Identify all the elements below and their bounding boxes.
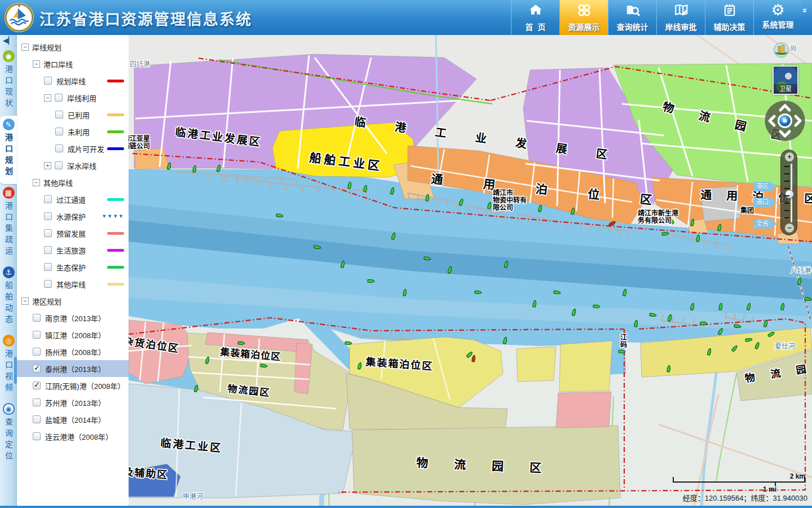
checkbox-过江通道[interactable] bbox=[44, 195, 52, 203]
zoom-in-button[interactable]: + bbox=[785, 152, 794, 161]
tree-node-label: 生活旅游 bbox=[56, 245, 86, 256]
tree-node-江阴(无锡)港（2008年）[interactable]: 江阴(无锡)港（2008年） bbox=[17, 377, 129, 394]
checkbox-未利用[interactable] bbox=[55, 128, 63, 135]
sidebar-item-label: 港口规划 bbox=[3, 133, 14, 178]
collapse-icon[interactable]: − bbox=[21, 43, 29, 51]
tree-node-港口岸线[interactable]: −港口岸线 bbox=[17, 55, 129, 72]
nav-tab-notepad[interactable]: 辅助决策 bbox=[705, 0, 753, 35]
nav-tab-map-approve[interactable]: 岸线审批 bbox=[656, 0, 705, 35]
poi-label: 尚 bbox=[790, 45, 797, 52]
checkbox-其他岸线[interactable] bbox=[44, 280, 52, 288]
poi-label: 江码 bbox=[620, 333, 627, 349]
checkbox-南京港（2013年）[interactable] bbox=[33, 314, 41, 322]
app-root: 江苏省港口资源管理信息系统 首 页资源展示查询统计岸线审批辅助决策⚙系统管理 »… bbox=[0, 0, 812, 508]
tree-node-泰州港（2013年）[interactable]: 泰州港（2013年） bbox=[17, 360, 129, 377]
sidebar-item-label: 船舶动态 bbox=[3, 281, 14, 326]
tree-node-生活旅游[interactable]: 生活旅游 bbox=[17, 242, 129, 259]
nav-tab-label: 首 页 bbox=[526, 21, 546, 32]
tree-node-label: 过江通道 bbox=[56, 194, 86, 205]
tree-node-连云港港（2008年）[interactable]: 连云港港（2008年） bbox=[17, 428, 129, 445]
zoom-handle[interactable] bbox=[785, 190, 794, 199]
tree-node-已利用[interactable]: 已利用 bbox=[17, 106, 129, 123]
resources-icon bbox=[577, 3, 592, 20]
zoom-tick bbox=[784, 173, 789, 174]
coordinates-readout: 经度：120.159564；纬度：31.940030 bbox=[683, 492, 807, 503]
tree-node-其他岸线[interactable]: −其他岸线 bbox=[17, 174, 129, 191]
tree-node-label: 港口岸线 bbox=[43, 59, 73, 69]
tree-node-岸线规划[interactable]: −岸线规划 bbox=[17, 38, 129, 55]
checkbox-水源保护[interactable] bbox=[44, 212, 52, 220]
nav-tab-gear[interactable]: ⚙系统管理 bbox=[753, 0, 802, 35]
checkbox-苏州港（2013年）[interactable] bbox=[33, 398, 41, 406]
tree-node-未利用[interactable]: 未利用 bbox=[17, 123, 129, 140]
tree-node-水源保护[interactable]: 水源保护▼▼▼▼ bbox=[17, 208, 129, 225]
tree-node-港区规划[interactable]: −港区规划 bbox=[17, 292, 129, 309]
zoom-tick bbox=[784, 195, 789, 196]
zoom-tick bbox=[784, 181, 789, 182]
nav-tab-resources[interactable]: 资源展示 bbox=[559, 0, 608, 35]
map-canvas[interactable]: 临港工业发展区临港工业发展区船舶工业区通用泊位区物流园区通用泊位区杂货泊位区集装… bbox=[129, 35, 812, 508]
checkbox-岸线利用[interactable] bbox=[55, 94, 63, 102]
checkbox-深水岸线[interactable] bbox=[55, 161, 63, 169]
tree-node-label: 扬州港（2008年） bbox=[45, 347, 105, 357]
satellite-layer-button[interactable]: 卫星 bbox=[773, 65, 798, 95]
checkbox-连云港港（2008年）[interactable] bbox=[33, 432, 41, 440]
tree-node-规划岸线[interactable]: 规划岸线 bbox=[17, 72, 129, 89]
collapse-panel-button[interactable]: ◀▏ bbox=[0, 35, 17, 47]
sidebar-item-船舶动态[interactable]: ⚓船舶动态 bbox=[0, 264, 17, 332]
zoom-tick bbox=[784, 203, 789, 204]
checkbox-盐城港（2014年）[interactable] bbox=[33, 415, 41, 423]
panel-drag-handle[interactable] bbox=[14, 357, 17, 384]
scale-km-label: 2 km bbox=[790, 472, 805, 480]
checkbox-镇江港（2008年）[interactable] bbox=[33, 331, 41, 339]
search-stats-icon bbox=[625, 3, 640, 20]
building-poi-icon bbox=[774, 42, 789, 58]
zone-yellow-p3 bbox=[559, 341, 612, 392]
checkbox-预留发展[interactable] bbox=[44, 229, 52, 237]
tree-node-成片可开发[interactable]: 成片可开发 bbox=[17, 140, 129, 157]
checkbox-已利用[interactable] bbox=[55, 111, 63, 119]
collapse-icon[interactable]: − bbox=[33, 60, 40, 68]
checkbox-生态保护[interactable] bbox=[44, 263, 52, 271]
nav-tab-label: 辅助决策 bbox=[714, 21, 745, 32]
collapse-icon[interactable]: − bbox=[44, 94, 51, 102]
sidebar-item-查询定位[interactable]: ◉查询定位 bbox=[0, 400, 17, 468]
sidebar-item-港口规划[interactable]: ✎港口规划 bbox=[0, 116, 17, 184]
tree-node-过江通道[interactable]: 过江通道 bbox=[17, 191, 129, 208]
map-approve-icon bbox=[674, 3, 689, 20]
tree-node-苏州港（2013年）[interactable]: 苏州港（2013年） bbox=[17, 394, 129, 411]
sidebar-item-港口集疏运[interactable]: ▦港口集疏运 bbox=[0, 184, 17, 264]
tree-node-岸线利用[interactable]: −岸线利用 bbox=[17, 89, 129, 106]
water-label: 八圩港 bbox=[791, 267, 811, 275]
tree-node-扬州港（2008年）[interactable]: 扬州港（2008年） bbox=[17, 343, 129, 360]
tree-node-其他岸线[interactable]: 其他岸线 bbox=[17, 275, 129, 292]
tree-node-label: 水源保护 bbox=[56, 211, 86, 222]
nav-tab-search-stats[interactable]: 查询统计 bbox=[608, 0, 656, 35]
checkbox-扬州港（2008年）[interactable] bbox=[33, 348, 41, 356]
tree-node-镇江港（2008年）[interactable]: 镇江港（2008年） bbox=[17, 326, 129, 343]
tree-node-盐城港（2014年）[interactable]: 盐城港（2014年） bbox=[17, 411, 129, 428]
tree-node-南京港（2013年）[interactable]: 南京港（2013年） bbox=[17, 309, 129, 326]
tree-node-预留发展[interactable]: 预留发展 bbox=[17, 225, 129, 242]
map-pan-compass[interactable] bbox=[764, 99, 806, 142]
sidebar-item-港口现状[interactable]: ◉港口现状 bbox=[0, 47, 17, 116]
map-zoom-slider[interactable]: + − bbox=[780, 150, 797, 235]
checkbox-成片可开发[interactable] bbox=[55, 144, 63, 152]
expand-icon[interactable]: + bbox=[44, 162, 51, 169]
zoom-out-button[interactable]: − bbox=[785, 224, 794, 233]
collapse-icon[interactable]: − bbox=[33, 179, 40, 186]
collapse-nav-button[interactable]: » bbox=[802, 0, 812, 35]
tree-node-深水岸线[interactable]: +深水岸线 bbox=[17, 157, 129, 174]
bottom-frame-bar bbox=[0, 506, 812, 508]
tree-node-label: 其他岸线 bbox=[56, 279, 86, 290]
checkbox-江阴(无锡)港（2008年）[interactable] bbox=[33, 382, 41, 389]
nav-tab-home[interactable]: 首 页 bbox=[511, 0, 559, 35]
legend-swatch bbox=[107, 198, 124, 201]
checkbox-规划岸线[interactable] bbox=[44, 77, 52, 85]
legend-swatch-triangles: ▼▼▼▼ bbox=[102, 213, 124, 219]
checkbox-泰州港（2013年）[interactable] bbox=[33, 365, 41, 373]
checkbox-生活旅游[interactable] bbox=[44, 246, 52, 254]
legend-swatch bbox=[107, 232, 124, 235]
tree-node-生态保护[interactable]: 生态保护 bbox=[17, 259, 129, 275]
collapse-icon[interactable]: − bbox=[21, 297, 29, 305]
